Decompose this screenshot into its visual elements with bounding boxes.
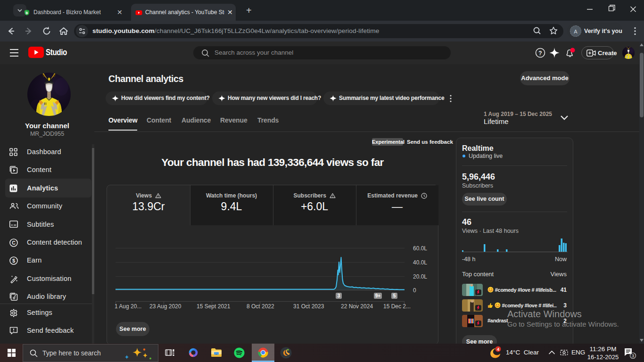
svg-text:B: B: [25, 11, 28, 15]
svg-text:C: C: [12, 240, 16, 246]
svg-text:3: 3: [632, 353, 634, 358]
svg-text:4: 4: [497, 347, 499, 352]
svg-text:?: ?: [538, 50, 542, 57]
svg-text:$: $: [12, 258, 15, 263]
